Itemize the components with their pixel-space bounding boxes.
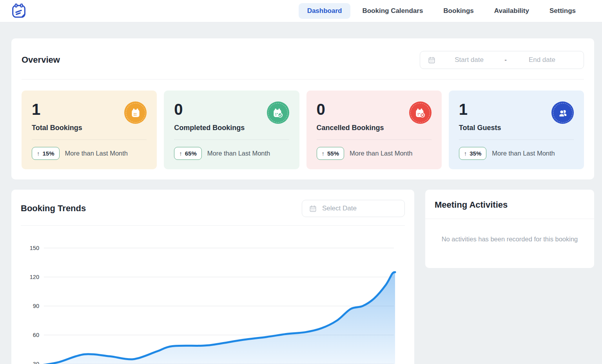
change-badge: ↑15%: [32, 147, 60, 160]
users-icon: [551, 101, 574, 124]
date-range-separator: -: [503, 56, 508, 64]
svg-text:90: 90: [33, 303, 39, 309]
start-date-input[interactable]: Start date: [435, 56, 503, 64]
svg-text:30: 30: [33, 361, 39, 364]
main-nav: Dashboard Booking Calendars Bookings Ava…: [299, 3, 584, 19]
calendar-check-icon: [267, 101, 289, 124]
nav-item-booking-calendars[interactable]: Booking Calendars: [354, 3, 432, 19]
date-range-picker[interactable]: Start date - End date: [420, 51, 584, 69]
change-note: More than Last Month: [350, 150, 413, 157]
total-guests-label: Total Guests: [459, 124, 574, 132]
select-date-picker[interactable]: Select Date: [302, 200, 405, 217]
overview-title: Overview: [22, 55, 60, 65]
cancelled-bookings-label: Cancelled Bookings: [317, 124, 432, 132]
booking-calendar-icon: [124, 101, 147, 124]
change-badge: ↑35%: [459, 147, 487, 160]
nav-item-availability[interactable]: Availability: [486, 3, 538, 19]
stat-card-cancelled-bookings: 0 Cancelled Bookings: [306, 91, 442, 169]
arrow-up-icon: ↑: [322, 150, 325, 157]
change-note: More than Last Month: [207, 150, 270, 157]
stat-card-total-guests: 1 Total Guests ↑35% More than Last Month: [449, 91, 584, 169]
stats-row: 1 Total Bookings ↑15% M: [22, 91, 584, 169]
arrow-up-icon: ↑: [179, 150, 182, 157]
overview-section: Overview Start date - End date 1: [11, 38, 594, 179]
change-badge: ↑65%: [174, 147, 202, 160]
total-bookings-label: Total Bookings: [32, 124, 147, 132]
change-note: More than Last Month: [65, 150, 128, 157]
arrow-up-icon: ↑: [37, 150, 40, 157]
completed-bookings-label: Completed Bookings: [174, 124, 289, 132]
top-nav-bar: Dashboard Booking Calendars Bookings Ava…: [0, 0, 602, 22]
app-logo-icon[interactable]: [10, 2, 28, 20]
change-note: More than Last Month: [492, 150, 555, 157]
nav-item-bookings[interactable]: Bookings: [435, 3, 482, 19]
stat-card-completed-bookings: 0 Completed Bookings: [164, 91, 299, 169]
stat-card-total-bookings: 1 Total Bookings ↑15% M: [22, 91, 157, 169]
end-date-input[interactable]: End date: [508, 56, 576, 64]
calendar-x-icon: [409, 101, 432, 124]
meeting-activities-title: Meeting Activities: [435, 200, 585, 210]
calendar-icon: [309, 205, 317, 212]
nav-item-settings[interactable]: Settings: [541, 3, 584, 19]
select-date-placeholder: Select Date: [322, 205, 357, 212]
booking-trends-chart: 150120906030: [21, 242, 405, 364]
meeting-activities-empty-message: No activities has been recorded for this…: [425, 219, 594, 268]
booking-trends-section: Booking Trends Select Date 150120906030: [11, 190, 414, 364]
booking-trends-title: Booking Trends: [21, 203, 86, 214]
nav-item-dashboard[interactable]: Dashboard: [299, 3, 351, 19]
meeting-activities-section: Meeting Activities No activities has bee…: [425, 190, 594, 268]
svg-text:60: 60: [33, 332, 39, 338]
svg-text:150: 150: [30, 245, 39, 251]
svg-text:120: 120: [30, 274, 39, 280]
change-badge: ↑55%: [317, 147, 345, 160]
calendar-icon: [428, 56, 435, 64]
arrow-up-icon: ↑: [464, 150, 467, 157]
